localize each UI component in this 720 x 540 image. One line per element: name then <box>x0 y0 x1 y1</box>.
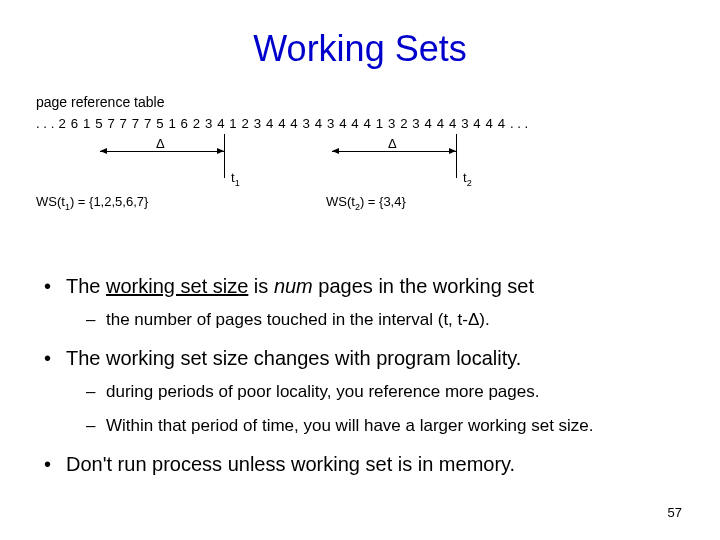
ws2-label: WS(t2) = {3,4} <box>326 194 406 212</box>
figure-caption: page reference table <box>36 94 164 110</box>
ws1-pre: WS(t <box>36 194 65 209</box>
page-reference-string: . . . 2 6 1 5 7 7 7 7 5 1 6 2 3 4 1 2 3 … <box>36 116 528 131</box>
b1-text-mid: is <box>248 275 274 297</box>
delta-arrow-1 <box>100 151 224 152</box>
bullet-1-sublist: the number of pages touched in the inter… <box>66 309 700 330</box>
tick-t2 <box>456 134 457 178</box>
t1-subscript: 1 <box>235 178 240 188</box>
bullet-list: The working set size is num pages in the… <box>36 274 700 477</box>
delta-label-1: Δ <box>156 136 165 151</box>
delta-arrow-2 <box>332 151 456 152</box>
reference-digits: 2 6 1 5 7 7 7 7 5 1 6 2 3 4 1 2 3 4 4 4 … <box>59 116 506 131</box>
delta-label-2: Δ <box>388 136 397 151</box>
bullet-2: The working set size changes with progra… <box>36 346 700 436</box>
t2-subscript: 2 <box>467 178 472 188</box>
t1-label: t1 <box>231 170 240 188</box>
bullet-2-sub-1: during periods of poor locality, you ref… <box>66 381 700 402</box>
ws2-post: ) = {3,4} <box>360 194 406 209</box>
tick-t1 <box>224 134 225 178</box>
ws1-post: ) = {1,2,5,6,7} <box>70 194 148 209</box>
slide-title: Working Sets <box>0 28 720 70</box>
ws2-pre: WS(t <box>326 194 355 209</box>
bullet-2-sublist: during periods of poor locality, you ref… <box>66 381 700 436</box>
b1-text-post: pages in the working set <box>313 275 534 297</box>
bullet-1-sub-1: the number of pages touched in the inter… <box>66 309 700 330</box>
leading-dots: . . . <box>36 116 54 131</box>
b1-italic: num <box>274 275 313 297</box>
slide-body: The working set size is num pages in the… <box>0 274 720 477</box>
b2-text: The working set size changes with progra… <box>66 347 521 369</box>
bullet-3: Don't run process unless working set is … <box>36 452 700 477</box>
t2-label: t2 <box>463 170 472 188</box>
page-reference-figure: page reference table . . . 2 6 1 5 7 7 7… <box>36 94 656 224</box>
bullet-1: The working set size is num pages in the… <box>36 274 700 330</box>
b1-underline: working set size <box>106 275 248 297</box>
trailing-dots: . . . <box>510 116 528 131</box>
page-number: 57 <box>668 505 682 520</box>
ws1-label: WS(t1) = {1,2,5,6,7} <box>36 194 148 212</box>
bullet-2-sub-2: Within that period of time, you will hav… <box>66 415 700 436</box>
b1-text-pre: The <box>66 275 106 297</box>
